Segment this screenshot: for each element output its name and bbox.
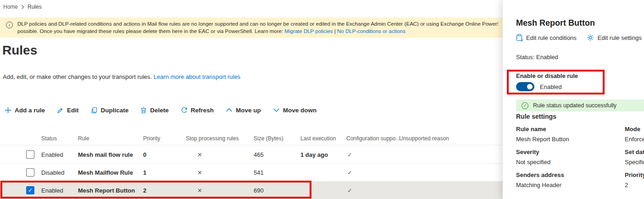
plus-icon [5, 107, 11, 114]
copy-icon [91, 107, 98, 114]
header-last-execution: Last execution [300, 132, 336, 145]
warning-text-line2: possible. Once you have migrated these r… [17, 28, 498, 35]
row-checkbox[interactable] [26, 168, 34, 177]
cell-rule-name[interactable]: Mesh mail flow rule [78, 146, 133, 164]
edit-rule-conditions-label: Edit rule conditions [526, 34, 577, 41]
refresh-button[interactable]: Refresh [181, 107, 214, 114]
check-icon: ✓ [347, 182, 352, 199]
add-rule-label: Add a rule [15, 107, 45, 114]
field-set-date: Set date Specific [625, 149, 644, 166]
cell-rule-name[interactable]: Mesh Report Button [78, 182, 135, 199]
edit-label: Edit [67, 107, 79, 114]
header-size: Size (Bytes) [254, 132, 283, 145]
trash-icon [140, 107, 147, 114]
breadcrumb-home[interactable]: Home [3, 4, 18, 10]
warning-text-line1: DLP policies and DLP-related conditions … [17, 20, 498, 28]
cell-size: 690 [254, 182, 264, 199]
breadcrumb-chevron-icon [21, 5, 24, 9]
x-icon: ✕ [197, 146, 202, 164]
warning-line2-text: possible. Once you have migrated these r… [17, 28, 284, 34]
check-icon: ✓ [347, 164, 352, 182]
panel-actions: Edit rule conditions Edit rule settings [516, 34, 642, 41]
field-label: Rule name [516, 126, 625, 133]
rules-toolbar: Add a rule Edit Duplicate Delete Refresh… [5, 104, 316, 116]
panel-title: Mesh Report Button [516, 18, 595, 28]
cell-rule-name[interactable]: Mesh Mailflow Rule [78, 164, 133, 182]
cell-status: Enabled [41, 182, 63, 199]
row-checkbox[interactable] [26, 150, 34, 159]
field-value: Matching Header [516, 182, 625, 188]
edit-rule-settings-button[interactable]: Edit rule settings [587, 34, 642, 41]
cell-status: Enabled [41, 146, 63, 164]
migrate-dlp-policies-link[interactable]: Migrate DLP policies [284, 28, 333, 34]
cell-status: Disabled [41, 164, 65, 182]
cell-size: 465 [254, 146, 264, 164]
field-label: Priority [625, 171, 644, 178]
success-banner: ✓ Rule status updated successfully [516, 100, 644, 111]
panel-status-line: Status: Enabled [516, 54, 558, 61]
move-up-label: Move up [236, 107, 261, 114]
no-dlp-conditions-link[interactable]: No DLP-conditions or actions [337, 28, 405, 34]
cell-last-execution: 1 day ago [300, 146, 328, 164]
field-label: Senders address [516, 171, 625, 178]
field-severity: Severity Not specified [516, 149, 625, 166]
x-icon: ✕ [197, 164, 202, 182]
toggle-state-label: Enabled [540, 83, 562, 90]
breadcrumb-current: Rules [28, 4, 42, 10]
add-rule-button[interactable]: Add a rule [5, 107, 45, 114]
chevron-down-icon [273, 108, 280, 112]
field-value: Mesh Report Button [516, 136, 625, 143]
table-row-mesh-mailflow-rule[interactable]: Disabled Mesh Mailflow Rule 1 ✕ 541 ✓ [0, 164, 503, 182]
duplicate-button[interactable]: Duplicate [91, 107, 129, 114]
header-status: Status [41, 132, 57, 145]
cell-priority: 2 [143, 182, 146, 199]
field-label: Mode [625, 126, 644, 133]
toggle-label: Enable or disable rule [516, 72, 578, 79]
delete-label: Delete [150, 107, 169, 114]
check-icon: ✓ [347, 146, 352, 164]
page-title: Rules [2, 43, 37, 58]
page-description-text: Add, edit, or make other changes to your… [3, 73, 154, 80]
field-value: Enforce [625, 136, 644, 143]
breadcrumb: Home Rules [3, 4, 42, 10]
cell-size: 541 [254, 164, 264, 182]
dlp-warning-banner: i DLP policies and DLP-related condition… [0, 17, 503, 38]
cell-priority: 0 [143, 146, 146, 164]
link-separator: | [334, 28, 336, 34]
page-description: Add, edit, or make other changes to your… [3, 73, 240, 80]
header-unsupported-reason: Unsupported reason [399, 132, 449, 145]
header-stop-processing: Stop processing rules [186, 132, 239, 145]
enable-rule-toggle[interactable] [516, 82, 534, 91]
rule-settings-heading: Rule settings [516, 113, 556, 120]
x-icon: ✕ [197, 182, 202, 199]
edit-rule-settings-label: Edit rule settings [598, 34, 642, 41]
delete-button[interactable]: Delete [140, 107, 169, 114]
duplicate-label: Duplicate [101, 107, 129, 114]
field-mode: Mode Enforce [625, 126, 644, 143]
rules-table-header: Status Rule Priority Stop processing rul… [0, 132, 503, 145]
toggle-row: Enabled [516, 82, 562, 91]
move-up-button[interactable]: Move up [226, 107, 261, 114]
field-senders-address: Senders address Matching Header [516, 171, 625, 188]
rule-settings-grid: Rule name Mesh Report Button Mode Enforc… [516, 126, 644, 188]
learn-more-transport-rules-link[interactable]: Learn more about transport rules [154, 73, 240, 80]
gear-icon [587, 34, 594, 41]
refresh-label: Refresh [191, 107, 214, 114]
move-down-button[interactable]: Move down [273, 107, 317, 114]
success-check-icon: ✓ [522, 102, 528, 109]
edit-rule-conditions-button[interactable]: Edit rule conditions [516, 34, 577, 41]
table-row-mesh-report-button-selected[interactable]: ✓ Enabled Mesh Report Button 2 ✕ 690 ✓ [0, 182, 503, 199]
field-rule-name: Rule name Mesh Report Button [516, 126, 625, 143]
cell-priority: 1 [143, 164, 146, 182]
table-row-mesh-mail-flow-rule[interactable]: Enabled Mesh mail flow rule 0 ✕ 465 1 da… [0, 146, 503, 164]
chevron-up-icon [226, 108, 233, 112]
toggle-knob [527, 84, 533, 89]
refresh-icon [181, 107, 188, 114]
success-message: Rule status updated successfully [533, 102, 616, 109]
field-priority: Priority 2 [625, 171, 644, 188]
header-rule: Rule [78, 132, 89, 145]
header-priority: Priority [143, 132, 160, 145]
field-value: Specific [625, 159, 644, 166]
edit-button[interactable]: Edit [57, 107, 79, 114]
row-checkbox-checked[interactable]: ✓ [26, 186, 34, 194]
